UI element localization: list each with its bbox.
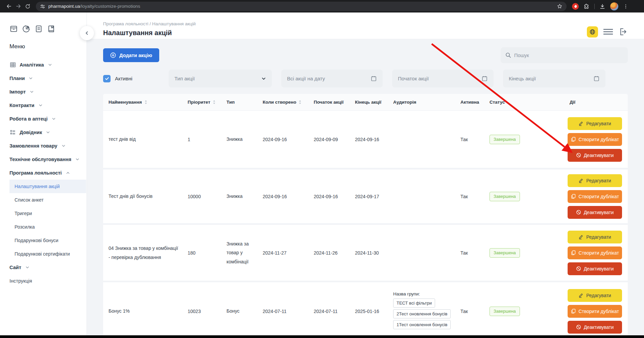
promo-start-date-picker[interactable]: Початок акції xyxy=(392,70,494,87)
status-badge: Завершена xyxy=(490,135,520,144)
sidebar-item-mailing[interactable]: Розсилка xyxy=(9,220,86,234)
site-settings-icon[interactable] xyxy=(40,4,45,9)
back-arrow-icon[interactable] xyxy=(4,2,14,11)
submenu-label: Тригери xyxy=(15,211,32,216)
sidebar-item-site[interactable]: Сайт xyxy=(9,261,87,274)
promo-active: Так xyxy=(460,309,490,314)
taskbar-sliver xyxy=(0,335,644,338)
edit-button[interactable]: Редагувати xyxy=(568,231,622,243)
add-promotion-button[interactable]: Додати акцію xyxy=(103,48,159,62)
active-checkbox[interactable] xyxy=(103,75,111,82)
table-row: Тест днів дії бонусів 10000 Знижка 2024-… xyxy=(103,168,628,223)
sort-arrows-icon[interactable] xyxy=(299,100,302,105)
duplicate-button[interactable]: Створити дублікат xyxy=(568,190,622,203)
breadcrumb: Програма лояльності / Налаштування акцій xyxy=(103,21,196,26)
edit-button[interactable]: Редагувати xyxy=(568,174,622,187)
sidebar-item-gift-certificates[interactable]: Подарункові сертифікати xyxy=(9,247,86,261)
search-input[interactable] xyxy=(514,53,623,58)
promo-type-select[interactable]: Тип акції xyxy=(169,70,272,87)
block-icon xyxy=(576,266,581,271)
promo-type: Знижка xyxy=(226,192,263,201)
start-date-placeholder: Початок акції xyxy=(398,76,429,81)
promo-end: 2024-11-30 xyxy=(355,250,393,256)
copy-icon xyxy=(571,250,576,255)
download-icon[interactable] xyxy=(599,3,605,9)
promo-start: 2024-07-11 xyxy=(314,309,355,314)
promo-end-date-picker[interactable]: Кінець акції xyxy=(503,70,605,87)
promo-name: тест днів від xyxy=(109,135,188,144)
sidebar-item-pharmacy-work[interactable]: Робота в аптеці xyxy=(9,112,87,126)
deactivate-button[interactable]: Деактивувати xyxy=(568,262,622,275)
forward-arrow-icon[interactable] xyxy=(14,2,23,11)
chevron-left-icon xyxy=(85,31,89,35)
block-icon xyxy=(576,153,581,158)
sidebar-item-directory[interactable]: Довідник xyxy=(9,126,87,139)
column-header-name[interactable]: Найменування xyxy=(109,100,188,105)
sort-arrows-icon[interactable] xyxy=(144,100,147,105)
promo-type: Бонус xyxy=(226,307,263,316)
promo-start: 2024-09-16 xyxy=(314,194,355,199)
url-bar[interactable]: pharmapoint.ua/loyalty/customize-promoti… xyxy=(36,2,567,11)
column-header-created[interactable]: Коли створено xyxy=(263,100,314,105)
profile-avatar[interactable] xyxy=(610,2,618,10)
column-header-start: Початок акції xyxy=(314,100,355,105)
sidebar-item-contracts[interactable]: Контракти xyxy=(9,99,87,112)
sidebar: Меню Аналітика Плани Імпорт Контракти Ро… xyxy=(0,12,87,338)
bookmark-star-icon[interactable] xyxy=(557,3,563,9)
search-box[interactable] xyxy=(501,47,628,63)
document-icon[interactable] xyxy=(34,25,43,33)
deactivate-button[interactable]: Деактивувати xyxy=(568,149,622,162)
edit-button[interactable]: Редагувати xyxy=(568,289,622,302)
promo-start: 2024-11-26 xyxy=(314,250,355,256)
archive-icon[interactable] xyxy=(9,25,18,33)
promo-type: Знижка за товар у комбінації xyxy=(226,239,263,266)
chevron-down-icon xyxy=(62,144,66,148)
toolbar-separator xyxy=(594,4,595,9)
edit-button[interactable]: Редагувати xyxy=(568,117,622,130)
sidebar-collapse-button[interactable] xyxy=(80,26,94,40)
page-header: Програма лояльності / Налаштування акцій… xyxy=(87,12,644,39)
duplicate-button[interactable]: Створити дублікат xyxy=(568,133,622,146)
deactivate-button[interactable]: Деактивувати xyxy=(568,321,622,334)
sidebar-item-triggers[interactable]: Тригери xyxy=(9,207,86,220)
sidebar-item-plans[interactable]: Плани xyxy=(9,72,87,85)
chevron-down-icon xyxy=(25,265,29,269)
browser-toolbar: pharmapoint.ua/loyalty/customize-promoti… xyxy=(0,0,644,12)
column-header-priority[interactable]: Пріоритет xyxy=(188,100,226,105)
end-date-placeholder: Кінець акції xyxy=(509,76,536,81)
sidebar-item-loyalty-program[interactable]: Програма лояльності xyxy=(9,166,87,180)
pencil-icon xyxy=(578,178,583,183)
menu-dots-icon[interactable] xyxy=(623,4,628,9)
logout-icon[interactable] xyxy=(618,27,627,36)
sidebar-item-goods-order[interactable]: Замовлення товару xyxy=(9,139,87,153)
deactivate-button[interactable]: Деактивувати xyxy=(568,206,622,219)
status-badge: Завершена xyxy=(490,248,520,258)
adblock-hand-icon[interactable] xyxy=(572,3,579,10)
table-header-row: Найменування Пріоритет Тип Коли створено… xyxy=(103,94,628,111)
promo-created: 2024-11-27 xyxy=(263,250,314,256)
pencil-icon xyxy=(578,121,583,126)
sidebar-item-analytics[interactable]: Аналітика xyxy=(9,58,87,72)
audience-group-chip: ТЕСТ всі фільтри xyxy=(393,298,435,308)
promo-start: 2024-09-09 xyxy=(314,137,355,142)
sidebar-item-customize-promotions[interactable]: Налаштування акцій xyxy=(9,180,86,193)
sidebar-item-label: Технічне обслуговування xyxy=(9,157,71,162)
extensions-puzzle-icon[interactable] xyxy=(583,3,590,9)
chevron-down-icon xyxy=(39,103,43,107)
sidebar-item-maintenance[interactable]: Технічне обслуговування xyxy=(9,153,87,166)
duplicate-button[interactable]: Створити дублікат xyxy=(568,246,622,259)
sidebar-item-questionnaires[interactable]: Список анкет xyxy=(9,193,86,207)
hamburger-menu-icon[interactable] xyxy=(603,28,613,35)
language-globe-button[interactable] xyxy=(587,26,598,37)
promos-on-date-picker[interactable]: Всі акції на дату xyxy=(281,70,383,87)
book-icon[interactable] xyxy=(47,25,55,33)
reload-icon[interactable] xyxy=(23,2,32,11)
promo-priority: 10000 xyxy=(188,194,226,199)
sidebar-item-import[interactable]: Імпорт xyxy=(9,85,87,99)
sort-arrows-icon[interactable] xyxy=(213,100,216,105)
globe-icon xyxy=(589,29,596,35)
sidebar-item-instruction[interactable]: Інструкція xyxy=(9,274,87,288)
pie-chart-icon[interactable] xyxy=(22,25,30,33)
sidebar-item-gift-bonuses[interactable]: Подарункові бонуси xyxy=(9,234,86,247)
duplicate-button[interactable]: Створити дублікат xyxy=(568,305,622,318)
